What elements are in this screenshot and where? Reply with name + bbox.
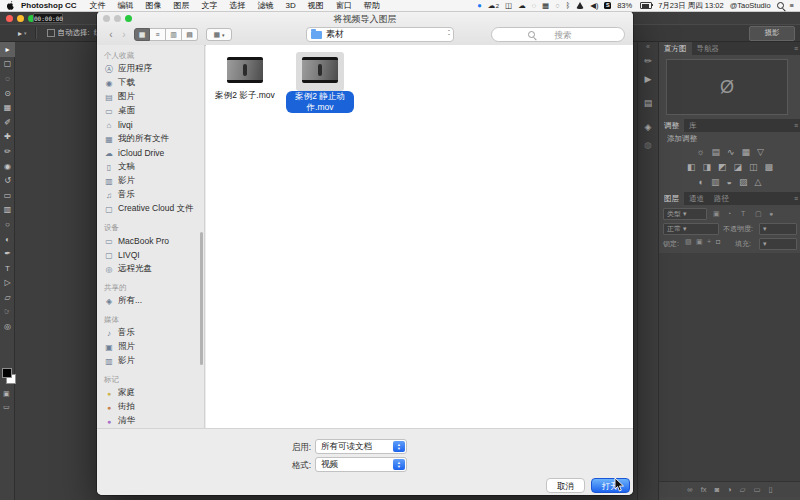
sidebar-item-media-music[interactable]: ♪音乐 bbox=[104, 326, 204, 340]
progress-icon[interactable]: ◌ bbox=[532, 0, 536, 12]
lock-image-icon[interactable]: ▣ bbox=[696, 238, 703, 246]
eyedropper-tool[interactable]: ✐ bbox=[0, 115, 15, 130]
sidebar-item-tag-qinghua[interactable]: ●清华 bbox=[104, 414, 204, 428]
sidebar-item-icloud-drive[interactable]: ☁iCloud Drive bbox=[104, 146, 204, 160]
sidebar-item-remote-disc[interactable]: ◎远程光盘 bbox=[104, 262, 204, 276]
tab-adjustments[interactable]: 调整 bbox=[659, 119, 684, 132]
screen-capture-icon[interactable]: ◫ bbox=[505, 0, 512, 12]
tab-channels[interactable]: 通道 bbox=[684, 192, 709, 205]
cloud-sync-icon[interactable]: ☁2 bbox=[488, 0, 499, 12]
adj-gradient-map-icon[interactable]: ▨ bbox=[739, 177, 748, 191]
sidebar-item-movies[interactable]: ▥影片 bbox=[104, 174, 204, 188]
adj-posterize-icon[interactable]: ▥ bbox=[711, 177, 720, 191]
layers-panel-menu-icon[interactable]: ≡ bbox=[794, 192, 800, 205]
wifi-icon[interactable] bbox=[576, 2, 584, 9]
tab-histogram[interactable]: 直方图 bbox=[659, 42, 692, 55]
menu-help[interactable]: 帮助 bbox=[358, 0, 386, 12]
dock-3d-panel-icon[interactable]: ◈ bbox=[638, 118, 658, 136]
clone-stamp-tool[interactable]: ◉ bbox=[0, 159, 15, 174]
auto-select-checkbox[interactable] bbox=[47, 29, 55, 37]
adj-color-balance-icon[interactable]: ◨ bbox=[702, 162, 711, 176]
sidebar-item-tag-street[interactable]: ●街拍 bbox=[104, 400, 204, 414]
sidebar-item-media-movies[interactable]: ▥影片 bbox=[104, 354, 204, 368]
adj-vibrance-icon[interactable]: ▽ bbox=[757, 147, 764, 161]
delete-layer-icon[interactable]: ▯ bbox=[769, 485, 773, 494]
filter-type-layers-icon[interactable]: T bbox=[741, 210, 745, 217]
blur-tool[interactable]: ○ bbox=[0, 217, 15, 232]
dock-actions-panel-icon[interactable]: ▶ bbox=[638, 70, 658, 88]
app-s-icon[interactable]: S bbox=[604, 2, 611, 9]
adj-levels-icon[interactable]: ▤ bbox=[711, 147, 720, 161]
lock-position-icon[interactable]: + bbox=[707, 238, 711, 245]
battery-icon[interactable] bbox=[638, 2, 652, 9]
menu-3d[interactable]: 3D bbox=[280, 0, 302, 12]
adj-exposure-icon[interactable]: ▦ bbox=[741, 147, 750, 161]
adj-invert-icon[interactable]: ◐ bbox=[699, 177, 704, 191]
sidebar-item-music[interactable]: ♫音乐 bbox=[104, 188, 204, 202]
menu-app-name[interactable]: Photoshop CC bbox=[14, 0, 84, 12]
adj-black-white-icon[interactable]: ◩ bbox=[718, 162, 727, 176]
dock-collapse-icon[interactable]: « bbox=[638, 42, 658, 52]
gradient-tool[interactable]: ▥ bbox=[0, 203, 15, 218]
adjustments-panel-menu-icon[interactable]: ≡ bbox=[794, 119, 800, 132]
menubar-username[interactable]: @TaoStudio bbox=[730, 0, 771, 12]
current-tool-icon[interactable]: ▸ bbox=[18, 29, 22, 38]
link-layers-icon[interactable]: ∞ bbox=[687, 485, 692, 494]
brush-tool[interactable]: ✏ bbox=[0, 144, 15, 159]
sidebar-item-tag-family[interactable]: ●家庭 bbox=[104, 386, 204, 400]
menubar-clock[interactable]: 7月23日 周四 13:02 bbox=[658, 0, 723, 12]
history-brush-tool[interactable]: ↺ bbox=[0, 173, 15, 188]
menu-view[interactable]: 视图 bbox=[302, 0, 330, 12]
blend-mode-dropdown[interactable]: 正常 ▾ bbox=[663, 223, 719, 235]
foreground-color-swatch[interactable] bbox=[2, 368, 12, 378]
search-field[interactable] bbox=[491, 27, 625, 42]
menu-select[interactable]: 选择 bbox=[224, 0, 252, 12]
sidebar-item-media-photos[interactable]: ▣照片 bbox=[104, 340, 204, 354]
sidebar-item-livqi[interactable]: ▢LIVQI bbox=[104, 248, 204, 262]
crop-tool[interactable]: ▦ bbox=[0, 100, 15, 115]
adjustment-layer-icon[interactable]: ◑ bbox=[727, 485, 732, 494]
histogram-panel-menu-icon[interactable]: ≡ bbox=[794, 42, 800, 55]
filter-smart-objects-icon[interactable]: ● bbox=[769, 210, 773, 217]
tab-libraries[interactable]: 库 bbox=[684, 119, 702, 132]
pen-tool[interactable]: ✒ bbox=[0, 246, 15, 261]
notification-center-icon[interactable]: ≡ bbox=[790, 0, 794, 12]
location-dropdown[interactable]: 素材 ˆˇ bbox=[306, 27, 454, 42]
menu-file[interactable]: 文件 bbox=[84, 0, 112, 12]
adj-channel-mixer-icon[interactable]: ◫ bbox=[749, 162, 758, 176]
icloud-status-icon[interactable]: ☁ bbox=[518, 0, 526, 12]
screen-mode-icon[interactable]: ▭ bbox=[3, 403, 10, 411]
dock-brush-panel-icon[interactable]: ✏ bbox=[638, 52, 658, 70]
shape-tool[interactable]: ▱ bbox=[0, 290, 15, 305]
lock-transparency-icon[interactable]: ▨ bbox=[685, 238, 692, 246]
workspace-switcher-button[interactable]: 摄影 bbox=[749, 26, 795, 41]
quick-selection-tool[interactable]: ⊙ bbox=[0, 86, 15, 101]
sidebar-item-documents[interactable]: ▯文稿 bbox=[104, 160, 204, 174]
filter-pixel-layers-icon[interactable]: ▣ bbox=[713, 210, 720, 218]
opacity-field[interactable]: ▾ bbox=[759, 223, 797, 235]
menu-window[interactable]: 窗口 bbox=[330, 0, 358, 12]
adj-hue-saturation-icon[interactable]: ◧ bbox=[687, 162, 696, 176]
sidebar-item-pictures[interactable]: ▤图片 bbox=[104, 90, 204, 104]
cancel-button[interactable]: 取消 bbox=[546, 478, 585, 493]
zoom-tool[interactable]: ◎ bbox=[0, 319, 15, 334]
adj-curves-icon[interactable]: ∿ bbox=[727, 147, 735, 161]
adj-color-lookup-icon[interactable]: ▩ bbox=[765, 162, 774, 176]
back-button[interactable]: ‹ bbox=[105, 28, 117, 41]
forward-button[interactable]: › bbox=[118, 28, 130, 41]
search-input[interactable] bbox=[538, 30, 588, 40]
notification-dot-icon[interactable]: ● bbox=[477, 0, 482, 12]
tab-paths[interactable]: 路径 bbox=[709, 192, 734, 205]
marquee-tool[interactable]: ▢ bbox=[0, 57, 15, 72]
column-view-button[interactable]: ▥ bbox=[166, 28, 182, 41]
menu-image[interactable]: 图像 bbox=[140, 0, 168, 12]
volume-icon[interactable]: ◀) bbox=[590, 0, 598, 12]
adj-photo-filter-icon[interactable]: ◪ bbox=[734, 162, 743, 176]
bluetooth-icon[interactable]: ᛒ bbox=[566, 0, 571, 12]
sidebar-item-all-my-files[interactable]: ▦我的所有文件 bbox=[104, 132, 204, 146]
sidebar-item-desktop[interactable]: ▭桌面 bbox=[104, 104, 204, 118]
adj-brightness-icon[interactable]: ☼ bbox=[696, 147, 704, 161]
eraser-tool[interactable]: ▭ bbox=[0, 188, 15, 203]
sidebar-item-macbook-pro[interactable]: ▭MacBook Pro bbox=[104, 234, 204, 248]
dock-materials-panel-icon[interactable]: ◍ bbox=[638, 136, 658, 154]
